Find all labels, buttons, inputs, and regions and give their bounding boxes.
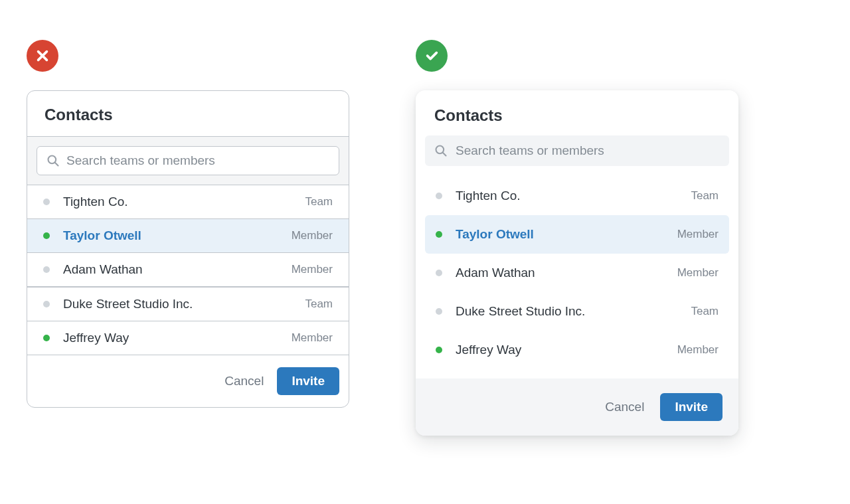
contact-row[interactable]: Taylor Otwell Member [27,219,349,253]
status-dot-online [436,347,442,353]
contacts-card-dont: Contacts Search teams or members Tighten… [27,90,349,408]
status-dot-offline [436,308,442,315]
check-icon [424,48,439,63]
contact-name: Adam Wathan [456,266,677,280]
status-dot-offline [43,301,50,307]
invite-button[interactable]: Invite [277,367,339,395]
contact-type: Team [691,189,719,203]
search-placeholder: Search teams or members [456,143,604,158]
cancel-button[interactable]: Cancel [605,400,644,414]
do-badge [416,40,448,72]
contact-name: Tighten Co. [456,189,691,203]
status-dot-offline [436,193,442,199]
contact-row[interactable]: Jeffrey Way Member [27,321,349,355]
status-dot-offline [43,266,50,273]
search-container: Search teams or members [27,137,349,185]
contact-row[interactable]: Jeffrey Way Member [425,331,729,369]
cross-icon [35,48,50,63]
search-placeholder: Search teams or members [66,153,215,168]
status-dot-online [43,335,50,341]
contact-type: Member [292,263,333,276]
search-container: Search teams or members [416,135,738,171]
panel-title: Contacts [27,91,349,137]
contact-type: Member [292,331,333,345]
dont-badge [27,40,58,72]
contact-name: Duke Street Studio Inc. [456,304,691,319]
contact-name: Taylor Otwell [63,228,292,243]
search-input[interactable]: Search teams or members [425,135,729,166]
panel-footer: Cancel Invite [416,378,738,436]
contact-type: Member [677,228,719,241]
contact-type: Team [305,195,333,209]
contact-type: Member [677,343,719,357]
contact-name: Jeffrey Way [63,331,292,345]
search-icon [46,154,60,167]
status-dot-online [43,232,50,239]
contact-row[interactable]: Tighten Co. Team [425,177,729,215]
panel-footer: Cancel Invite [27,355,349,407]
cancel-button[interactable]: Cancel [224,374,264,388]
panel-title: Contacts [416,90,738,135]
status-dot-offline [43,199,50,205]
contact-name: Adam Wathan [63,262,292,277]
contact-type: Member [677,266,719,280]
do-example: Contacts Search teams or members Tighten… [416,40,738,436]
contact-type: Team [305,297,333,311]
contact-name: Jeffrey Way [456,343,677,357]
contact-type: Team [691,305,719,318]
search-icon [434,144,448,157]
contact-name: Tighten Co. [63,195,305,209]
svg-line-1 [55,163,58,166]
contact-name: Duke Street Studio Inc. [63,297,305,311]
contact-type: Member [292,229,333,242]
contact-list: Tighten Co. Team Taylor Otwell Member Ad… [27,185,349,355]
contact-row[interactable]: Adam Wathan Member [425,254,729,292]
contact-list: Tighten Co. Team Taylor Otwell Member Ad… [416,171,738,378]
svg-line-3 [443,153,446,156]
invite-button[interactable]: Invite [660,393,722,421]
contact-row[interactable]: Taylor Otwell Member [425,215,729,254]
dont-example: Contacts Search teams or members Tighten… [27,40,349,408]
contact-row[interactable]: Duke Street Studio Inc. Team [27,288,349,321]
contact-row[interactable]: Adam Wathan Member [27,253,349,288]
status-dot-online [436,231,442,238]
contact-row[interactable]: Duke Street Studio Inc. Team [425,292,729,331]
contact-name: Taylor Otwell [456,227,677,242]
contact-row[interactable]: Tighten Co. Team [27,185,349,219]
contacts-card-do: Contacts Search teams or members Tighten… [416,90,738,436]
status-dot-offline [436,270,442,276]
search-input[interactable]: Search teams or members [37,146,339,175]
